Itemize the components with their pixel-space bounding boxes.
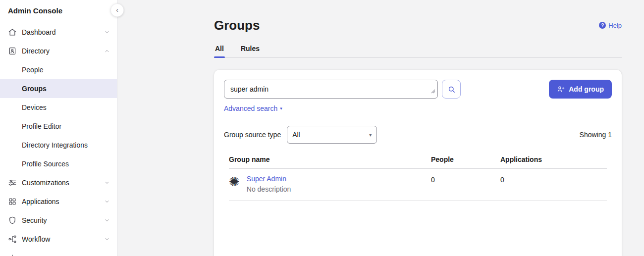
main-area: Groups ? Help All Rules (118, 0, 644, 256)
chevron-down-icon (104, 217, 110, 223)
help-link[interactable]: ? Help (599, 22, 622, 29)
workflow-icon (8, 235, 17, 244)
sidebar-item-label: Directory (22, 47, 104, 55)
directory-icon (8, 47, 17, 55)
sliders-icon (8, 178, 17, 187)
applications-count: 0 (500, 175, 607, 184)
tab-all[interactable]: All (214, 45, 225, 57)
sidebar-item-label: Workflow (22, 235, 104, 243)
card-toolbar: Add group (224, 80, 612, 99)
chevron-down-icon (104, 236, 110, 242)
search-box (224, 80, 438, 99)
search-icon (447, 85, 456, 94)
page-header: Groups ? Help (214, 0, 622, 33)
tab-bar: All Rules (214, 45, 622, 58)
sidebar: Admin Console Dashboard Directory People… (0, 0, 117, 256)
report-icon (8, 254, 17, 256)
advanced-search-label: Advanced search (224, 104, 277, 112)
sidebar-item-label: Profile Editor (22, 122, 61, 130)
tab-rules[interactable]: Rules (240, 45, 261, 57)
table-row: ✺ Super Admin No description 0 0 (229, 169, 607, 201)
chevron-down-icon (104, 199, 110, 205)
home-icon (8, 28, 17, 37)
page-title: Groups (214, 18, 260, 33)
sidebar-item-security[interactable]: Security (0, 211, 117, 230)
sidebar-item-label: Applications (22, 198, 104, 205)
resize-handle-icon[interactable] (431, 87, 435, 96)
table-header: Group name People Applications (229, 155, 607, 169)
sidebar-item-applications[interactable]: Applications (0, 192, 117, 211)
sidebar-item-label: Profile Sources (22, 160, 69, 168)
caret-down-icon: ▾ (280, 106, 282, 111)
sidebar-item-partial[interactable] (0, 249, 117, 256)
add-user-icon (557, 85, 565, 93)
caret-down-icon: ▾ (369, 132, 372, 138)
group-description: No description (247, 185, 291, 193)
grid-icon (8, 197, 17, 206)
advanced-search-link[interactable]: Advanced search ▾ (224, 104, 282, 112)
sidebar-item-customizations[interactable]: Customizations (0, 173, 117, 192)
column-applications: Applications (500, 155, 607, 163)
sidebar-item-groups[interactable]: Groups (0, 79, 117, 98)
sidebar-item-label: People (22, 66, 44, 74)
sidebar-nav: Dashboard Directory People Groups Device… (0, 20, 117, 256)
sidebar-item-profile-sources[interactable]: Profile Sources (0, 154, 117, 173)
sidebar-item-label: Security (22, 216, 104, 224)
group-search-input[interactable] (224, 80, 438, 99)
group-avatar-icon: ✺ (229, 175, 240, 188)
column-people: People (431, 155, 500, 163)
add-group-label: Add group (569, 85, 604, 93)
sidebar-item-label: Directory Integrations (22, 141, 88, 149)
sidebar-item-devices[interactable]: Devices (0, 98, 117, 117)
add-group-button[interactable]: Add group (549, 80, 612, 99)
help-icon: ? (599, 22, 606, 29)
chevron-down-icon (104, 29, 110, 35)
shield-icon (8, 216, 17, 225)
people-count: 0 (431, 175, 500, 184)
sidebar-item-dashboard[interactable]: Dashboard (0, 23, 117, 42)
search-button[interactable] (442, 80, 461, 99)
source-type-select[interactable]: All ▾ (287, 126, 377, 144)
sidebar-item-label: Groups (22, 85, 47, 93)
sidebar-item-label: Dashboard (22, 28, 104, 36)
sidebar-item-directory[interactable]: Directory (0, 42, 117, 60)
groups-table: Group name People Applications ✺ Super A… (229, 155, 607, 201)
app-title: Admin Console (0, 0, 117, 20)
groups-card: Add group Advanced search ▾ Group source… (214, 70, 622, 256)
column-group-name: Group name (229, 155, 431, 163)
sidebar-item-label: Customizations (22, 179, 104, 187)
sidebar-item-people[interactable]: People (0, 60, 117, 79)
help-label: Help (608, 22, 622, 29)
source-type-value: All (292, 131, 300, 139)
filter-row: Group source type All ▾ Showing 1 (224, 126, 612, 144)
sidebar-item-label: Devices (22, 103, 47, 111)
collapse-chevron-icon: ‹ (116, 6, 118, 13)
sidebar-item-workflow[interactable]: Workflow (0, 230, 117, 249)
sidebar-item-directory-integrations[interactable]: Directory Integrations (0, 136, 117, 154)
group-name-link[interactable]: Super Admin (247, 175, 291, 183)
chevron-up-icon (104, 48, 110, 54)
sidebar-collapse-button[interactable]: ‹ (110, 3, 124, 17)
sidebar-item-profile-editor[interactable]: Profile Editor (0, 117, 117, 136)
source-type-label: Group source type (224, 131, 281, 139)
showing-count: Showing 1 (580, 131, 612, 139)
chevron-down-icon (104, 180, 110, 186)
